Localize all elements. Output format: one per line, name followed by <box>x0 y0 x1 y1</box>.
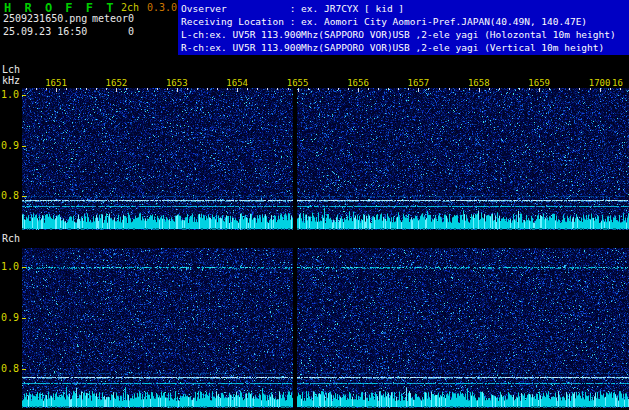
observer-line: Ovserver : ex. JR7CYX [ kid ] <box>181 2 626 15</box>
freq-unit-label: kHz <box>2 75 20 86</box>
output-filename: 2509231650.png <box>3 13 87 24</box>
rch-label: Rch <box>2 233 20 244</box>
rch-freq-label-0-8: 0.8 <box>1 363 21 374</box>
time-axis: 1651165216531654165516561657165816591700… <box>22 78 629 88</box>
version-label: 0.3.0 <box>147 2 177 13</box>
time-label: 1700 <box>588 78 612 88</box>
lch-freq-label-0-9: 0.9 <box>1 140 21 151</box>
hrofft-app-window: H R O F F T 2ch 0.3.0 2509231650.png met… <box>0 0 629 410</box>
datetime-label: 25.09.23 16:50 <box>3 26 87 37</box>
lch-spectrogram-panel <box>22 88 629 230</box>
location-line: Receiving Location : ex. Aomori City Aom… <box>181 15 626 28</box>
lch-meteor-count: 0 <box>128 13 134 24</box>
channel-mode-label: 2ch <box>121 2 139 13</box>
time-label: 1651 <box>44 78 68 88</box>
time-label: 1656 <box>346 78 370 88</box>
time-label: 1653 <box>165 78 189 88</box>
mode-label: meteor <box>92 13 128 24</box>
time-label: 1657 <box>406 78 430 88</box>
rch-config-line: R-ch:ex. UV5R 113.900Mhz(SAPPORO VOR)USB… <box>181 41 626 54</box>
rch-freq-label-0-9: 0.9 <box>1 312 21 323</box>
rch-freq-label-1-0: 1.0 <box>1 261 21 272</box>
rch-meteor-count: 0 <box>128 26 134 37</box>
time-label: 1659 <box>527 78 551 88</box>
time-label: 1655 <box>286 78 310 88</box>
lch-config-line: L-ch:ex. UV5R 113.900Mhz(SAPPORO VOR)USB… <box>181 28 626 41</box>
lch-label: Lch <box>2 64 20 75</box>
time-label: 1654 <box>225 78 249 88</box>
lch-freq-label-0-8: 0.8 <box>1 190 21 201</box>
time-label: 1652 <box>104 78 128 88</box>
time-label-partial: 16 <box>612 78 629 88</box>
lch-freq-label-1-0: 1.0 <box>1 89 21 100</box>
time-label: 1658 <box>467 78 491 88</box>
station-info-panel: Ovserver : ex. JR7CYX [ kid ] Receiving … <box>178 0 629 55</box>
rch-spectrogram-panel <box>22 248 629 408</box>
